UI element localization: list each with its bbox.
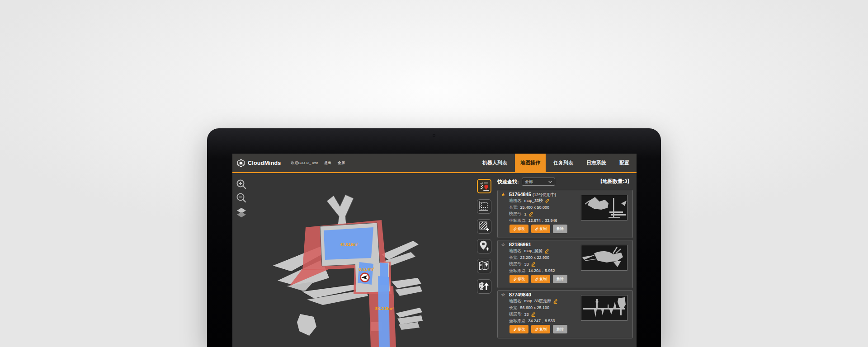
toolbar-add-point-button[interactable] xyxy=(477,239,491,253)
task-points-icon xyxy=(478,180,491,192)
brand: CloudMinds xyxy=(237,159,281,167)
tab-robot-list[interactable]: 机器人列表 xyxy=(477,154,513,172)
map-floor-row: 楼层号: 33 xyxy=(509,261,536,267)
delete-map-button[interactable]: 删除 xyxy=(553,325,567,333)
edit-pencil-icon xyxy=(513,227,517,231)
map-thumbnail[interactable] xyxy=(581,295,627,321)
map-id: 87749840 xyxy=(509,292,531,297)
map-id-row: 82186961 xyxy=(509,242,531,247)
nav-tabs: 机器人列表 地图操作 任务列表 日志系统 配置 xyxy=(475,154,635,172)
map-name-row: 地图名: map_33层走廊 xyxy=(509,298,558,304)
quick-find-label: 快速查找: xyxy=(497,178,519,185)
measure-area-icon xyxy=(477,200,490,212)
toolbar-virtual-wall-button[interactable] xyxy=(477,219,491,234)
folded-map-pin-icon xyxy=(477,259,490,272)
tab-map-operation[interactable]: 地图操作 xyxy=(515,154,546,172)
webcam-dot xyxy=(433,134,435,137)
copy-map-button[interactable]: 复制 xyxy=(531,275,550,283)
map-card-3: ☆ 87749840 地图名: map_33层走廊 xyxy=(497,290,633,338)
chevron-down-icon xyxy=(548,181,552,183)
map-floor-row: 楼层号: 1 xyxy=(509,211,533,217)
edit-map-button[interactable]: 修改 xyxy=(509,225,528,233)
edit-pencil-icon[interactable] xyxy=(544,249,549,253)
card-buttons: 修改 复制 删除 xyxy=(509,225,567,233)
edit-pencil-icon xyxy=(513,277,517,281)
toolbar-map-marker-button[interactable] xyxy=(477,259,491,273)
area-label-3: 80.215m² xyxy=(375,306,394,311)
edit-pencil-icon[interactable] xyxy=(528,211,533,216)
map-thumbnail-image xyxy=(581,295,627,320)
edit-pencil-icon xyxy=(535,277,538,281)
map-size-row: 长宽: 25.400 x 50.000 xyxy=(509,205,549,211)
app-window: CloudMinds 欢迎BJDT2_Test 退出 全屏 机器人列表 地图操作… xyxy=(232,154,637,347)
area-label-2: 8.614m² xyxy=(359,267,374,272)
edit-pencil-icon[interactable] xyxy=(545,198,550,203)
tab-config[interactable]: 配置 xyxy=(614,154,635,172)
robot-pose-marker[interactable] xyxy=(361,273,369,282)
map-name-row: 地图名: map_33楼 xyxy=(509,198,550,204)
desktop-background: CloudMinds 欢迎BJDT2_Test 退出 全屏 机器人列表 地图操作… xyxy=(0,0,868,347)
fullscreen-link[interactable]: 全屏 xyxy=(338,160,345,165)
edit-pencil-icon[interactable] xyxy=(531,262,536,267)
area-label-1: 40.519m² xyxy=(340,242,359,247)
map-id-row: 87749840 xyxy=(509,292,531,297)
map-thumbnail-image xyxy=(581,245,627,270)
edit-map-button[interactable]: 修改 xyxy=(509,325,528,333)
map-origin-row: 坐标原点: 14.204，5.952 xyxy=(509,268,555,274)
favorite-star-outline[interactable]: ☆ xyxy=(501,292,505,298)
monitor-bezel: CloudMinds 欢迎BJDT2_Test 退出 全屏 机器人列表 地图操作… xyxy=(207,128,661,347)
delete-map-button[interactable]: 删除 xyxy=(553,225,567,233)
zoom-out-icon xyxy=(236,192,247,204)
quick-find-select[interactable]: 全部 xyxy=(522,178,555,186)
map-name-row: 地图名: map_腿腿 xyxy=(509,248,549,254)
cloudminds-logo-icon xyxy=(237,159,245,167)
tab-task-list[interactable]: 任务列表 xyxy=(548,154,579,172)
zoom-out-button[interactable] xyxy=(236,192,247,204)
delete-map-button[interactable]: 删除 xyxy=(553,275,567,283)
map-list-panel: 快速查找: 全部 【地图数量:3】 ★ 51764845 xyxy=(497,177,633,345)
edit-pencil-icon xyxy=(535,227,538,231)
brand-name: CloudMinds xyxy=(248,160,281,166)
zoom-in-icon xyxy=(236,178,247,190)
map-size-row: 长宽: 56.600 x 25.100 xyxy=(509,305,549,311)
edit-pencil-icon[interactable] xyxy=(553,299,558,304)
map-id: 51764845 xyxy=(509,192,531,197)
map-count-label: 【地图数量:3】 xyxy=(598,178,632,185)
map-id: 82186961 xyxy=(509,242,531,247)
toolbar-task-points-button[interactable] xyxy=(477,179,491,193)
edit-pencil-icon xyxy=(535,328,538,331)
edit-pencil-icon[interactable] xyxy=(531,312,536,317)
map-thumbnail-image xyxy=(581,195,627,220)
tab-log-system[interactable]: 日志系统 xyxy=(581,154,612,172)
map-id-row: 51764845 (12号使用中) xyxy=(509,192,556,198)
copy-map-button[interactable]: 复制 xyxy=(531,325,550,333)
map-origin-row: 坐标原点: 34.247，8.533 xyxy=(509,318,555,324)
layers-icon xyxy=(236,206,247,218)
map-thumbnail[interactable] xyxy=(581,195,627,220)
map-card-2: ☆ 82186961 地图名: map_腿腿 xyxy=(497,240,633,288)
toolbar-map-upload-button[interactable] xyxy=(477,279,491,294)
map-thumbnail[interactable] xyxy=(581,245,627,271)
edit-map-button[interactable]: 修改 xyxy=(509,275,528,283)
map-origin-row: 坐标原点: 12.874，33.946 xyxy=(509,218,557,224)
map-size-row: 长宽: 23.200 x 22.900 xyxy=(509,255,549,261)
user-meta: 欢迎BJDT2_Test 退出 全屏 xyxy=(291,160,345,165)
logout-link[interactable]: 退出 xyxy=(324,160,331,165)
map-card-1: ★ 51764845 (12号使用中) 地图名: map_33楼 xyxy=(497,190,633,238)
top-nav: CloudMinds 欢迎BJDT2_Test 退出 全屏 机器人列表 地图操作… xyxy=(232,154,637,172)
welcome-text: 欢迎BJDT2_Test xyxy=(291,160,318,165)
card-buttons: 修改 复制 删除 xyxy=(509,325,567,333)
map-upload-icon xyxy=(477,280,490,292)
edit-pencil-icon xyxy=(513,328,517,331)
zoom-in-button[interactable] xyxy=(236,178,247,190)
map-floor-row: 楼层号: 33 xyxy=(509,311,536,317)
favorite-star-filled[interactable]: ★ xyxy=(501,192,505,197)
content-area: 40.519m² 8.614m² 80.215m² xyxy=(232,173,637,347)
layers-button[interactable] xyxy=(236,206,247,218)
virtual-wall-add-icon xyxy=(477,220,490,232)
copy-map-button[interactable]: 复制 xyxy=(531,225,550,233)
toolbar-measure-area-button[interactable] xyxy=(477,199,491,214)
card-buttons: 修改 复制 删除 xyxy=(509,275,567,283)
add-location-pin-icon xyxy=(477,239,490,252)
favorite-star-outline[interactable]: ☆ xyxy=(501,242,505,248)
